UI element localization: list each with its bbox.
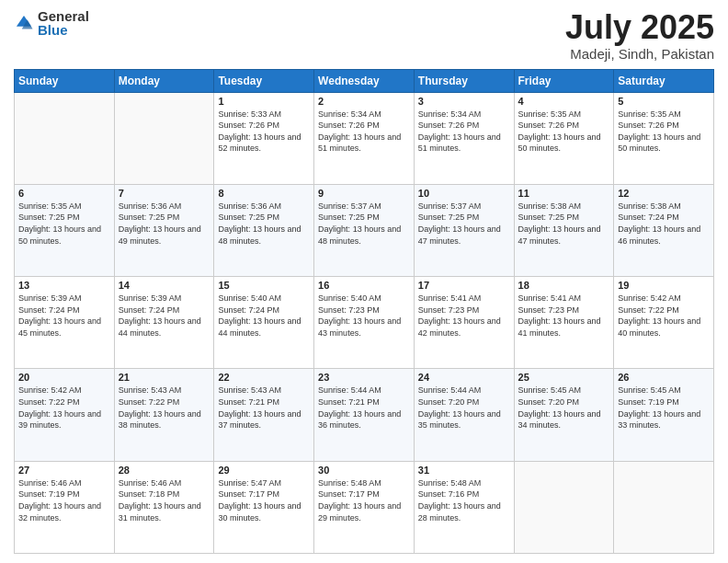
table-row: 6Sunrise: 5:35 AM Sunset: 7:25 PM Daylig… xyxy=(15,184,115,276)
day-number: 11 xyxy=(518,188,610,199)
day-number: 1 xyxy=(218,96,310,107)
day-number: 5 xyxy=(618,96,710,107)
table-row: 2Sunrise: 5:34 AM Sunset: 7:26 PM Daylig… xyxy=(314,92,415,184)
day-info: Sunrise: 5:33 AM Sunset: 7:26 PM Dayligh… xyxy=(218,109,310,155)
day-number: 23 xyxy=(318,372,410,383)
day-number: 31 xyxy=(418,465,510,476)
day-info: Sunrise: 5:48 AM Sunset: 7:17 PM Dayligh… xyxy=(318,477,410,523)
table-row xyxy=(114,92,214,184)
day-info: Sunrise: 5:40 AM Sunset: 7:23 PM Dayligh… xyxy=(318,293,410,339)
logo: General Blue xyxy=(14,9,89,37)
table-row: 29Sunrise: 5:47 AM Sunset: 7:17 PM Dayli… xyxy=(214,461,314,553)
table-row: 27Sunrise: 5:46 AM Sunset: 7:19 PM Dayli… xyxy=(15,461,115,553)
col-thursday: Thursday xyxy=(414,69,514,92)
table-row: 3Sunrise: 5:34 AM Sunset: 7:26 PM Daylig… xyxy=(414,92,514,184)
table-row: 26Sunrise: 5:45 AM Sunset: 7:19 PM Dayli… xyxy=(614,369,714,461)
title-location: Madeji, Sindh, Pakistan xyxy=(565,46,714,62)
table-row: 1Sunrise: 5:33 AM Sunset: 7:26 PM Daylig… xyxy=(214,92,314,184)
table-row xyxy=(514,461,614,553)
day-number: 19 xyxy=(618,280,710,291)
day-number: 9 xyxy=(318,188,410,199)
table-row: 19Sunrise: 5:42 AM Sunset: 7:22 PM Dayli… xyxy=(614,277,714,369)
day-info: Sunrise: 5:47 AM Sunset: 7:17 PM Dayligh… xyxy=(218,477,310,523)
title-month: July 2025 xyxy=(565,9,714,46)
table-row: 7Sunrise: 5:36 AM Sunset: 7:25 PM Daylig… xyxy=(114,184,214,276)
day-info: Sunrise: 5:42 AM Sunset: 7:22 PM Dayligh… xyxy=(18,385,110,431)
day-number: 17 xyxy=(418,280,510,291)
col-sunday: Sunday xyxy=(15,69,115,92)
day-number: 26 xyxy=(618,372,710,383)
day-info: Sunrise: 5:39 AM Sunset: 7:24 PM Dayligh… xyxy=(119,293,210,339)
table-row: 11Sunrise: 5:38 AM Sunset: 7:25 PM Dayli… xyxy=(514,184,614,276)
day-info: Sunrise: 5:42 AM Sunset: 7:22 PM Dayligh… xyxy=(618,293,710,339)
day-number: 18 xyxy=(518,280,610,291)
page: General Blue July 2025 Madeji, Sindh, Pa… xyxy=(0,0,728,563)
week-row-2: 13Sunrise: 5:39 AM Sunset: 7:24 PM Dayli… xyxy=(15,277,714,369)
table-row: 23Sunrise: 5:44 AM Sunset: 7:21 PM Dayli… xyxy=(314,369,415,461)
table-row: 20Sunrise: 5:42 AM Sunset: 7:22 PM Dayli… xyxy=(15,369,115,461)
day-number: 29 xyxy=(218,465,310,476)
day-number: 10 xyxy=(418,188,510,199)
day-info: Sunrise: 5:43 AM Sunset: 7:21 PM Dayligh… xyxy=(218,385,310,431)
col-monday: Monday xyxy=(114,69,214,92)
day-info: Sunrise: 5:35 AM Sunset: 7:26 PM Dayligh… xyxy=(618,109,710,155)
day-number: 16 xyxy=(318,280,410,291)
day-info: Sunrise: 5:44 AM Sunset: 7:21 PM Dayligh… xyxy=(318,385,410,431)
header-row: Sunday Monday Tuesday Wednesday Thursday… xyxy=(15,69,714,92)
day-info: Sunrise: 5:41 AM Sunset: 7:23 PM Dayligh… xyxy=(418,293,510,339)
table-row xyxy=(15,92,115,184)
week-row-4: 27Sunrise: 5:46 AM Sunset: 7:19 PM Dayli… xyxy=(15,461,714,553)
day-info: Sunrise: 5:35 AM Sunset: 7:25 PM Dayligh… xyxy=(18,201,110,247)
header: General Blue July 2025 Madeji, Sindh, Pa… xyxy=(14,9,714,62)
day-info: Sunrise: 5:37 AM Sunset: 7:25 PM Dayligh… xyxy=(418,201,510,247)
col-friday: Friday xyxy=(514,69,614,92)
day-number: 27 xyxy=(18,465,110,476)
table-row: 9Sunrise: 5:37 AM Sunset: 7:25 PM Daylig… xyxy=(314,184,415,276)
day-info: Sunrise: 5:45 AM Sunset: 7:20 PM Dayligh… xyxy=(518,385,610,431)
day-info: Sunrise: 5:35 AM Sunset: 7:26 PM Dayligh… xyxy=(518,109,610,155)
table-row: 15Sunrise: 5:40 AM Sunset: 7:24 PM Dayli… xyxy=(214,277,314,369)
table-row: 31Sunrise: 5:48 AM Sunset: 7:16 PM Dayli… xyxy=(414,461,514,553)
table-row xyxy=(614,461,714,553)
day-info: Sunrise: 5:38 AM Sunset: 7:24 PM Dayligh… xyxy=(618,201,710,247)
day-number: 28 xyxy=(119,465,210,476)
calendar-table: Sunday Monday Tuesday Wednesday Thursday… xyxy=(14,69,714,554)
day-number: 4 xyxy=(518,96,610,107)
day-number: 24 xyxy=(418,372,510,383)
day-info: Sunrise: 5:37 AM Sunset: 7:25 PM Dayligh… xyxy=(318,201,410,247)
day-info: Sunrise: 5:45 AM Sunset: 7:19 PM Dayligh… xyxy=(618,385,710,431)
table-row: 18Sunrise: 5:41 AM Sunset: 7:23 PM Dayli… xyxy=(514,277,614,369)
table-row: 24Sunrise: 5:44 AM Sunset: 7:20 PM Dayli… xyxy=(414,369,514,461)
day-number: 13 xyxy=(18,280,110,291)
table-row: 14Sunrise: 5:39 AM Sunset: 7:24 PM Dayli… xyxy=(114,277,214,369)
table-row: 8Sunrise: 5:36 AM Sunset: 7:25 PM Daylig… xyxy=(214,184,314,276)
day-info: Sunrise: 5:38 AM Sunset: 7:25 PM Dayligh… xyxy=(518,201,610,247)
week-row-1: 6Sunrise: 5:35 AM Sunset: 7:25 PM Daylig… xyxy=(15,184,714,276)
table-row: 4Sunrise: 5:35 AM Sunset: 7:26 PM Daylig… xyxy=(514,92,614,184)
day-info: Sunrise: 5:40 AM Sunset: 7:24 PM Dayligh… xyxy=(218,293,310,339)
table-row: 13Sunrise: 5:39 AM Sunset: 7:24 PM Dayli… xyxy=(15,277,115,369)
day-info: Sunrise: 5:34 AM Sunset: 7:26 PM Dayligh… xyxy=(318,109,410,155)
day-info: Sunrise: 5:39 AM Sunset: 7:24 PM Dayligh… xyxy=(18,293,110,339)
day-number: 6 xyxy=(18,188,110,199)
day-info: Sunrise: 5:36 AM Sunset: 7:25 PM Dayligh… xyxy=(218,201,310,247)
day-info: Sunrise: 5:41 AM Sunset: 7:23 PM Dayligh… xyxy=(518,293,610,339)
day-number: 8 xyxy=(218,188,310,199)
col-wednesday: Wednesday xyxy=(314,69,415,92)
day-number: 7 xyxy=(119,188,210,199)
day-number: 2 xyxy=(318,96,410,107)
day-number: 21 xyxy=(119,372,210,383)
table-row: 22Sunrise: 5:43 AM Sunset: 7:21 PM Dayli… xyxy=(214,369,314,461)
day-number: 20 xyxy=(18,372,110,383)
table-row: 28Sunrise: 5:46 AM Sunset: 7:18 PM Dayli… xyxy=(114,461,214,553)
day-number: 25 xyxy=(518,372,610,383)
logo-text: General Blue xyxy=(38,9,89,37)
day-info: Sunrise: 5:46 AM Sunset: 7:19 PM Dayligh… xyxy=(18,477,110,523)
table-row: 25Sunrise: 5:45 AM Sunset: 7:20 PM Dayli… xyxy=(514,369,614,461)
logo-blue: Blue xyxy=(38,23,89,37)
day-info: Sunrise: 5:48 AM Sunset: 7:16 PM Dayligh… xyxy=(418,477,510,523)
table-row: 17Sunrise: 5:41 AM Sunset: 7:23 PM Dayli… xyxy=(414,277,514,369)
day-info: Sunrise: 5:36 AM Sunset: 7:25 PM Dayligh… xyxy=(119,201,210,247)
day-number: 3 xyxy=(418,96,510,107)
day-info: Sunrise: 5:43 AM Sunset: 7:22 PM Dayligh… xyxy=(119,385,210,431)
